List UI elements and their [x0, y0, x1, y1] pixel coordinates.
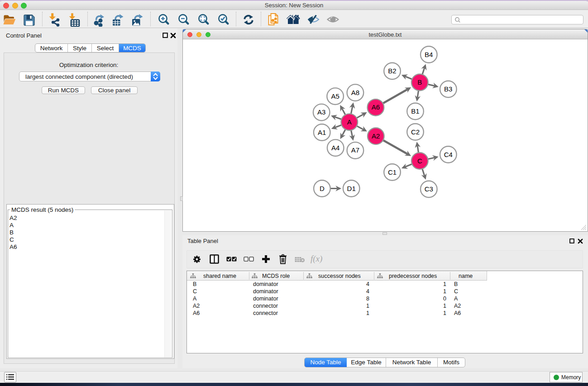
- svg-text:A2: A2: [372, 132, 380, 140]
- svg-text:A1: A1: [318, 129, 326, 136]
- svg-text:C4: C4: [444, 151, 453, 158]
- svg-text:B4: B4: [425, 51, 433, 58]
- svg-text:D1: D1: [347, 185, 356, 192]
- svg-text:D: D: [320, 185, 325, 192]
- svg-text:B3: B3: [444, 85, 452, 93]
- svg-text:A6: A6: [372, 103, 380, 111]
- svg-text:C: C: [417, 157, 422, 165]
- svg-text:C2: C2: [411, 128, 420, 136]
- svg-text:A5: A5: [331, 92, 339, 100]
- svg-text:A8: A8: [351, 89, 359, 96]
- svg-text:A4: A4: [331, 144, 339, 152]
- svg-text:C1: C1: [388, 168, 397, 176]
- svg-text:A7: A7: [351, 146, 359, 154]
- svg-text:A: A: [347, 118, 352, 126]
- svg-text:C3: C3: [425, 185, 433, 193]
- svg-text:B: B: [417, 78, 422, 86]
- svg-text:B2: B2: [388, 67, 396, 75]
- svg-text:B1: B1: [411, 107, 419, 115]
- svg-text:A3: A3: [317, 108, 325, 116]
